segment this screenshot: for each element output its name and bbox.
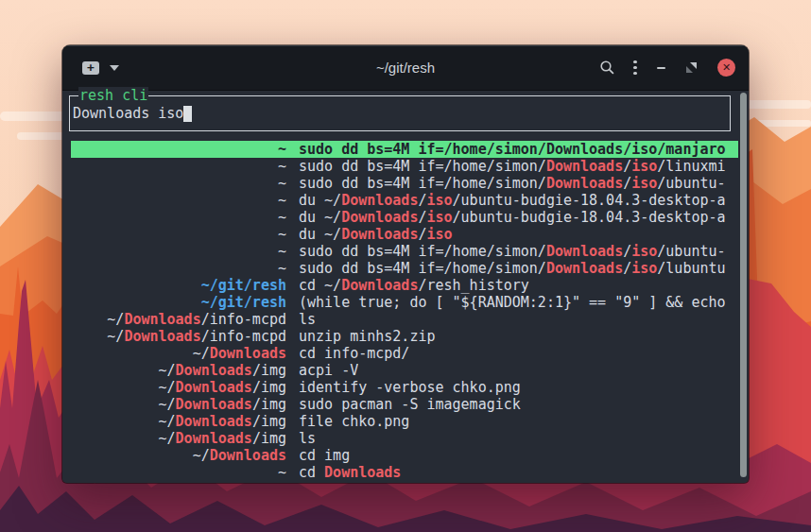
row-directory: ~/git/resh (71, 294, 286, 311)
row-directory: ~ (71, 243, 286, 260)
history-row[interactable]: ~du ~/Downloads/iso/ubuntu-budgie-18.04.… (71, 209, 738, 226)
new-tab-icon: + (82, 61, 99, 75)
row-command: sudo pacman -S imagemagick (299, 396, 521, 413)
row-directory: ~ (71, 175, 286, 192)
row-directory: ~ (71, 158, 286, 175)
history-row[interactable]: ~du ~/Downloads/iso/ubuntu-budgie-18.04.… (71, 192, 738, 209)
row-command: sudo dd bs=4M if=/home/simon/Downloads/i… (299, 243, 726, 260)
history-row[interactable]: ~/Downloads/info-mcpdls (71, 311, 738, 328)
row-directory: ~ (71, 141, 286, 158)
history-row[interactable]: ~/Downloads/imgls (71, 430, 738, 447)
history-row[interactable]: ~sudo dd bs=4M if=/home/simon/Downloads/… (71, 175, 738, 192)
restore-icon (686, 62, 697, 73)
new-tab-dropdown-button[interactable] (110, 65, 119, 71)
row-command: identify -verbose chko.png (299, 379, 521, 396)
row-command: du ~/Downloads/iso (299, 226, 453, 243)
history-list: ~sudo dd bs=4M if=/home/simon/Downloads/… (71, 141, 738, 481)
row-directory: ~/Downloads/info-mcpd (71, 311, 286, 328)
resh-box-label: resh cli (78, 87, 148, 104)
row-command: ls (299, 430, 316, 447)
history-row[interactable]: ~/git/reshcd ~/Downloads/resh_history (71, 277, 738, 294)
row-directory: ~/Downloads/img (71, 379, 286, 396)
new-tab-button[interactable]: + (81, 60, 100, 77)
titlebar[interactable]: + ~/git/resh (62, 45, 749, 91)
history-row[interactable]: ~sudo dd bs=4M if=/home/simon/Downloads/… (71, 260, 738, 277)
history-row[interactable]: ~/Downloads/info-mcpdunzip minhs2.zip (71, 328, 738, 345)
row-directory: ~ (71, 260, 286, 277)
row-directory: ~/git/resh (71, 277, 286, 294)
row-command: cd info-mcpd/ (299, 345, 409, 362)
minimize-icon (657, 67, 665, 69)
history-row[interactable]: ~/Downloads/imgidentify -verbose chko.pn… (71, 379, 738, 396)
row-directory: ~ (71, 226, 286, 243)
chevron-down-icon (110, 65, 119, 71)
menu-button[interactable] (629, 60, 642, 76)
restore-button[interactable] (686, 62, 697, 73)
history-row[interactable]: ~sudo dd bs=4M if=/home/simon/Downloads/… (71, 243, 738, 260)
row-command: cd ~/Downloads/resh_history (299, 277, 529, 294)
minimize-button[interactable] (657, 67, 665, 69)
history-row[interactable]: ~/Downloadscd img (71, 447, 738, 464)
row-directory: ~/Downloads/img (71, 362, 286, 379)
row-command: unzip minhs2.zip (299, 328, 436, 345)
search-icon (599, 60, 615, 76)
history-row[interactable]: ~/git/resh(while true; do [ "${RANDOM:2:… (71, 294, 738, 311)
row-directory: ~/Downloads/info-mcpd (71, 328, 286, 345)
search-query-input[interactable]: Downloads iso (73, 105, 183, 122)
kebab-menu-icon (633, 60, 636, 63)
close-button[interactable]: ✕ (717, 59, 735, 77)
row-directory: ~ (71, 464, 286, 481)
close-icon: ✕ (722, 61, 731, 74)
scrollbar-thumb[interactable] (740, 93, 747, 477)
history-row[interactable]: ~/Downloadscd info-mcpd/ (71, 345, 738, 362)
history-row[interactable]: ~du ~/Downloads/iso (71, 226, 738, 243)
row-command: sudo dd bs=4M if=/home/simon/Downloads/i… (299, 158, 726, 175)
row-command: acpi -V (299, 362, 358, 379)
terminal-window: + ~/git/resh (62, 45, 749, 483)
row-command: sudo dd bs=4M if=/home/simon/Downloads/i… (299, 141, 726, 158)
row-command: cd img (299, 447, 350, 464)
history-row[interactable]: ~/Downloads/imgfile chko.png (71, 413, 738, 430)
resh-search-box: resh cli Downloads iso (69, 95, 731, 131)
text-cursor (183, 106, 192, 122)
history-row[interactable]: ~sudo dd bs=4M if=/home/simon/Downloads/… (71, 158, 738, 175)
row-directory: ~/Downloads/img (71, 430, 286, 447)
row-directory: ~/Downloads/img (71, 396, 286, 413)
history-row[interactable]: ~cd Downloads (71, 464, 738, 481)
row-directory: ~/Downloads/img (71, 413, 286, 430)
row-command: file chko.png (299, 413, 409, 430)
history-row-selected[interactable]: ~sudo dd bs=4M if=/home/simon/Downloads/… (71, 141, 738, 158)
row-directory: ~ (71, 209, 286, 226)
row-directory: ~ (71, 192, 286, 209)
row-command: sudo dd bs=4M if=/home/simon/Downloads/i… (299, 260, 726, 277)
row-command: du ~/Downloads/iso/ubuntu-budgie-18.04.3… (299, 192, 726, 209)
row-command: sudo dd bs=4M if=/home/simon/Downloads/i… (299, 175, 726, 192)
row-command: du ~/Downloads/iso/ubuntu-budgie-18.04.3… (299, 209, 726, 226)
row-command: cd Downloads (299, 464, 401, 481)
search-button[interactable] (599, 60, 615, 76)
row-directory: ~/Downloads (71, 447, 286, 464)
terminal-content[interactable]: resh cli Downloads iso ~sudo dd bs=4M if… (62, 91, 749, 483)
row-command: ls (299, 311, 316, 328)
history-row[interactable]: ~/Downloads/imgsudo pacman -S imagemagic… (71, 396, 738, 413)
row-directory: ~/Downloads (71, 345, 286, 362)
row-command: (while true; do [ "${RANDOM:2:1}" == "9"… (299, 294, 726, 311)
scrollbar[interactable] (737, 92, 749, 481)
history-row[interactable]: ~/Downloads/imgacpi -V (71, 362, 738, 379)
